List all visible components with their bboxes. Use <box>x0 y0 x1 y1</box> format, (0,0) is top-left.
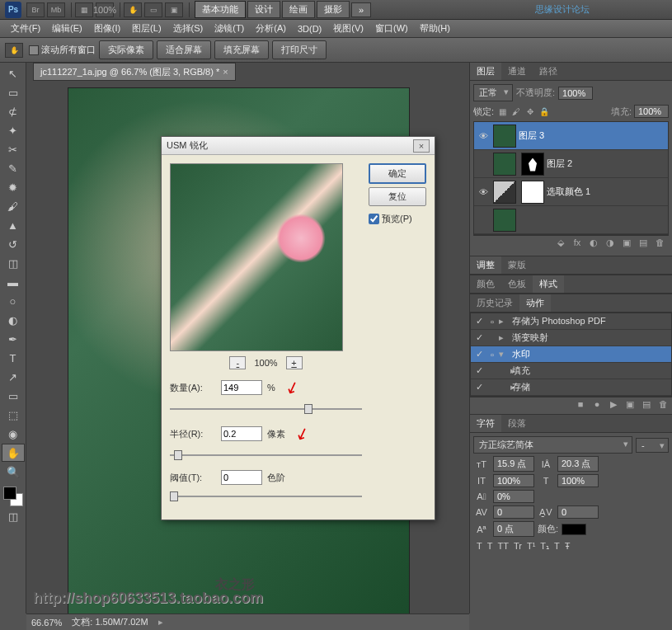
workspace-design[interactable]: 设计 <box>247 1 280 18</box>
action-row[interactable]: ✓▸渐变映射 <box>471 330 671 346</box>
brush-tool-icon[interactable]: 🖌 <box>2 197 25 215</box>
tab-swatches[interactable]: 色板 <box>501 275 533 293</box>
folder-icon[interactable]: ▣ <box>623 399 637 412</box>
folder-icon[interactable]: ▣ <box>619 237 634 251</box>
faux-italic-button[interactable]: T <box>487 541 493 552</box>
bridge-icon[interactable]: Br <box>26 2 45 17</box>
mask-icon[interactable]: ◐ <box>586 237 601 251</box>
pen-tool-icon[interactable]: ✒ <box>2 330 25 348</box>
tracking-input[interactable]: 0% <box>493 490 534 503</box>
trash-icon[interactable]: 🗑 <box>656 399 670 412</box>
kerning-input[interactable]: 0 <box>493 505 534 519</box>
threshold-slider[interactable] <box>170 490 362 503</box>
menu-view[interactable]: 视图(V) <box>327 21 369 36</box>
menu-filter[interactable]: 滤镜(T) <box>209 21 250 36</box>
new-action-icon[interactable]: ▤ <box>639 399 654 412</box>
doc-size-status[interactable]: 文档: 1.50M/7.02M <box>72 616 148 628</box>
scroll-all-checkbox[interactable]: 滚动所有窗口 <box>29 44 96 56</box>
link-icon[interactable]: ⬙ <box>553 237 568 251</box>
close-icon[interactable]: × <box>223 67 228 77</box>
lock-position-icon[interactable]: ✥ <box>524 106 536 117</box>
zoom-status[interactable]: 66.67% <box>31 618 62 628</box>
fill-screen-button[interactable]: 填充屏幕 <box>214 40 269 59</box>
menu-analysis[interactable]: 分析(A) <box>250 21 292 36</box>
eraser-tool-icon[interactable]: ◫ <box>2 254 25 272</box>
action-row[interactable]: ✓▸存储 <box>471 379 671 396</box>
reset-button[interactable]: 复位 <box>369 187 426 206</box>
action-row[interactable]: ✓▫▾水印 <box>471 346 671 363</box>
mask-thumbnail[interactable] <box>521 181 544 204</box>
tab-paragraph[interactable]: 段落 <box>501 415 533 432</box>
tab-styles[interactable]: 样式 <box>533 275 564 293</box>
action-row[interactable]: ✓▸填充 <box>471 363 671 379</box>
tool-preset-icon[interactable]: ✋ <box>5 43 23 58</box>
dodge-tool-icon[interactable]: ◐ <box>2 311 25 329</box>
color-swatches[interactable] <box>3 487 23 506</box>
tab-channels[interactable]: 通道 <box>501 63 533 80</box>
tab-character[interactable]: 字符 <box>470 415 501 432</box>
zoom-dropdown[interactable]: 100% <box>96 2 114 17</box>
superscript-button[interactable]: T¹ <box>527 541 535 552</box>
document-tab[interactable]: jc111227_1a.jpg @ 66.7% (图层 3, RGB/8) *× <box>33 63 236 81</box>
vscale-input[interactable]: 100% <box>493 474 534 487</box>
play-icon[interactable]: ▶ <box>606 399 621 412</box>
view-extras-icon[interactable]: ▦ <box>75 2 93 17</box>
workspace-photography[interactable]: 摄影 <box>317 1 350 18</box>
layer-row[interactable] <box>474 206 668 234</box>
new-layer-icon[interactable]: ▤ <box>636 237 651 251</box>
heal-tool-icon[interactable]: ✹ <box>2 178 25 196</box>
trash-icon[interactable]: 🗑 <box>652 237 667 251</box>
layer-thumbnail[interactable] <box>493 153 516 176</box>
zoom-out-button[interactable]: - <box>229 356 246 369</box>
marquee-tool-icon[interactable]: ▭ <box>2 83 25 101</box>
radius-input[interactable] <box>221 426 262 441</box>
adjustment-icon[interactable]: ◑ <box>603 237 618 251</box>
dialog-close-button[interactable]: × <box>413 139 430 153</box>
screen-mode-icon[interactable]: ▣ <box>165 2 183 17</box>
chevron-right-icon[interactable]: ▸ <box>158 617 163 628</box>
tab-paths[interactable]: 路径 <box>533 63 564 80</box>
print-size-button[interactable]: 打印尺寸 <box>272 40 327 59</box>
zoom-tool-icon[interactable]: 🔍 <box>2 463 25 481</box>
leading-input[interactable]: 20.3 点 <box>557 456 599 472</box>
menu-edit[interactable]: 编辑(E) <box>46 21 88 36</box>
amount-input[interactable] <box>221 380 262 395</box>
shape-tool-icon[interactable]: ▭ <box>2 387 25 405</box>
visibility-icon[interactable]: 👁 <box>476 131 491 141</box>
amount-slider[interactable] <box>170 402 362 416</box>
crop-tool-icon[interactable]: ✂ <box>2 140 25 158</box>
layer-thumbnail[interactable] <box>493 125 516 148</box>
quickmask-icon[interactable]: ◫ <box>2 507 25 525</box>
menu-select[interactable]: 选择(S) <box>167 21 209 36</box>
minibridge-icon[interactable]: Mb <box>47 2 65 17</box>
subscript-button[interactable]: T₁ <box>540 541 549 552</box>
workspace-painting[interactable]: 绘画 <box>282 1 315 18</box>
tab-adjustments[interactable]: 调整 <box>470 256 501 274</box>
threshold-input[interactable] <box>221 470 262 485</box>
menu-help[interactable]: 帮助(H) <box>414 21 456 36</box>
mask-thumbnail[interactable] <box>521 153 544 176</box>
stamp-tool-icon[interactable]: ▲ <box>2 216 25 234</box>
visibility-icon[interactable]: 👁 <box>476 187 491 197</box>
radius-slider[interactable] <box>170 449 362 462</box>
record-icon[interactable]: ● <box>590 399 604 412</box>
tab-layers[interactable]: 图层 <box>470 63 501 80</box>
gradient-tool-icon[interactable]: ▬ <box>2 273 25 291</box>
blur-tool-icon[interactable]: ○ <box>2 292 25 310</box>
layer-row[interactable]: 👁 选取颜色 1 <box>474 178 668 206</box>
eyedropper-tool-icon[interactable]: ✎ <box>2 159 25 177</box>
history-brush-icon[interactable]: ↺ <box>2 235 25 253</box>
tab-history[interactable]: 历史记录 <box>470 294 519 312</box>
fit-screen-button[interactable]: 适合屏幕 <box>157 40 211 59</box>
workspace-essentials[interactable]: 基本功能 <box>195 1 246 18</box>
blend-mode-dropdown[interactable]: 正常 <box>473 84 513 101</box>
faux-bold-button[interactable]: T <box>477 541 482 552</box>
preview-checkbox[interactable]: 预览(P) <box>369 213 426 225</box>
preview-image[interactable] <box>170 163 343 351</box>
stop-icon[interactable]: ■ <box>573 399 588 412</box>
font-style-dropdown[interactable]: - <box>636 438 669 453</box>
font-size-input[interactable]: 15.9 点 <box>493 456 534 472</box>
layer-row[interactable]: 👁 图层 3 <box>474 122 668 150</box>
move-tool-icon[interactable]: ↖ <box>2 64 25 82</box>
path-tool-icon[interactable]: ↗ <box>2 368 25 386</box>
